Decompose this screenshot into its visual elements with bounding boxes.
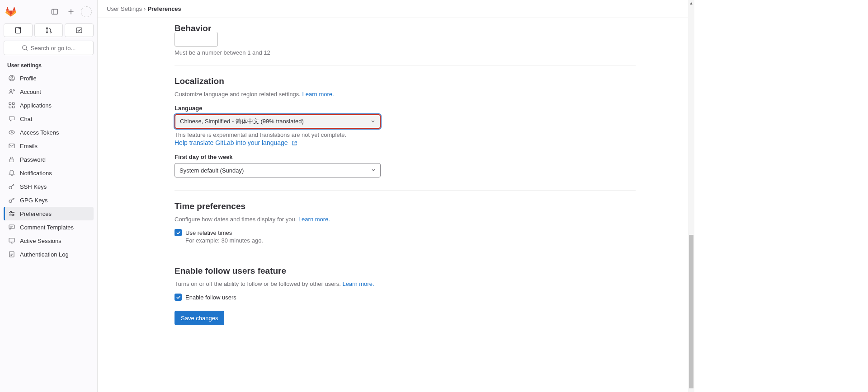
- svg-point-4: [46, 32, 47, 33]
- sidebar-item-applications[interactable]: Applications: [4, 98, 94, 112]
- svg-rect-14: [9, 106, 11, 108]
- svg-point-5: [50, 32, 51, 33]
- nav-list: Profile Account Applications Chat Access…: [4, 71, 94, 261]
- plus-icon: [67, 8, 75, 15]
- email-icon: [8, 142, 15, 149]
- nav-label: Access Tokens: [20, 129, 59, 136]
- section-title: Enable follow users feature: [175, 266, 636, 276]
- sidebar-item-auth-log[interactable]: Authentication Log: [4, 247, 94, 261]
- svg-rect-19: [10, 159, 14, 162]
- svg-point-10: [10, 89, 12, 91]
- section-desc: Customize language and region related se…: [175, 91, 636, 98]
- todo-icon: [75, 27, 83, 34]
- merge-requests-button[interactable]: [34, 23, 63, 37]
- checkbox-label[interactable]: Use relative times: [185, 229, 232, 236]
- svg-point-16: [9, 131, 14, 134]
- search-input[interactable]: Search or go to...: [4, 41, 94, 55]
- profile-icon: [8, 75, 15, 82]
- nav-label: Preferences: [20, 210, 52, 217]
- svg-point-3: [46, 28, 47, 29]
- gitlab-logo-icon[interactable]: [5, 6, 16, 17]
- field-label: Language: [175, 105, 636, 112]
- applications-icon: [8, 102, 15, 109]
- main: User Settings › Preferences Behavior Mus…: [98, 0, 694, 392]
- nav-label: Profile: [20, 75, 37, 82]
- sidebar-item-password[interactable]: Password: [4, 153, 94, 166]
- learn-more-link[interactable]: Learn more.: [298, 216, 330, 223]
- breadcrumb: User Settings › Preferences: [98, 0, 694, 18]
- nav-label: GPG Keys: [20, 197, 47, 204]
- sidebar-section-label: User settings: [4, 59, 94, 71]
- helper-text: Must be a number between 1 and 12: [175, 49, 636, 56]
- select-value: System default (Sunday): [179, 167, 244, 174]
- search-icon: [22, 45, 28, 51]
- scroll-up-arrow[interactable]: ▲: [688, 0, 694, 6]
- svg-rect-25: [9, 238, 14, 243]
- svg-rect-13: [13, 103, 15, 105]
- time-prefs-section: Time preferences Configure how dates and…: [175, 191, 636, 244]
- save-button[interactable]: Save changes: [175, 311, 224, 325]
- language-select[interactable]: Chinese, Simplified - 简体中文 (99% translat…: [175, 114, 381, 129]
- sidebar-item-gpg-keys[interactable]: GPG Keys: [4, 193, 94, 207]
- chevron-down-icon: [371, 167, 376, 174]
- first-day-field: First day of the week System default (Su…: [175, 154, 636, 177]
- sidebar-item-notifications[interactable]: Notifications: [4, 166, 94, 180]
- content: Behavior Must be a number between 1 and …: [98, 18, 694, 392]
- nav-label: Applications: [20, 102, 52, 109]
- comment-icon: [8, 224, 15, 231]
- section-desc: Turns on or off the ability to follow or…: [175, 280, 636, 287]
- learn-more-link[interactable]: Learn more.: [302, 91, 334, 98]
- sidebar-item-emails[interactable]: Emails: [4, 139, 94, 153]
- nav-label: Emails: [20, 143, 38, 149]
- nav-label: Account: [20, 89, 41, 95]
- sidebar-item-chat[interactable]: Chat: [4, 112, 94, 126]
- action-row: [4, 23, 94, 37]
- nav-label: Notifications: [20, 170, 52, 177]
- sidebar-item-account[interactable]: Account: [4, 85, 94, 98]
- svg-point-7: [22, 46, 26, 50]
- external-link-icon: [291, 140, 297, 146]
- breadcrumb-parent[interactable]: User Settings: [107, 5, 142, 12]
- tab-width-input[interactable]: [175, 32, 218, 47]
- follow-users-checkbox[interactable]: [175, 294, 182, 301]
- sidebar-item-comment-templates[interactable]: Comment Templates: [4, 220, 94, 234]
- relative-times-checkbox-row: Use relative times: [175, 229, 636, 236]
- chevron-down-icon: [371, 118, 375, 125]
- panel-icon: [51, 8, 58, 15]
- behavior-section: Behavior Must be a number between 1 and …: [175, 18, 636, 56]
- merge-icon: [45, 27, 52, 34]
- sidebar-item-ssh-keys[interactable]: SSH Keys: [4, 180, 94, 193]
- section-title: Time preferences: [175, 201, 636, 211]
- monitor-icon: [8, 237, 15, 244]
- issues-button[interactable]: [4, 23, 33, 37]
- svg-rect-0: [52, 9, 58, 14]
- log-icon: [8, 251, 15, 258]
- new-button[interactable]: [65, 5, 77, 18]
- help-translate-link[interactable]: Help translate GitLab into your language: [175, 139, 297, 146]
- breadcrumb-current: Preferences: [147, 5, 181, 12]
- section-title: Localization: [175, 76, 636, 86]
- svg-rect-24: [9, 225, 14, 229]
- account-icon: [8, 88, 15, 95]
- sidebar-item-access-tokens[interactable]: Access Tokens: [4, 126, 94, 139]
- first-day-select[interactable]: System default (Sunday): [175, 163, 381, 177]
- sidebar-item-profile[interactable]: Profile: [4, 71, 94, 85]
- chat-icon: [8, 115, 15, 122]
- learn-more-link[interactable]: Learn more.: [342, 280, 374, 287]
- key-icon: [8, 196, 15, 204]
- checkbox-label[interactable]: Enable follow users: [185, 294, 236, 301]
- localization-section: Localization Customize language and regi…: [175, 65, 636, 177]
- sidebar-item-active-sessions[interactable]: Active Sessions: [4, 234, 94, 247]
- sidebar-toggle-button[interactable]: [48, 5, 61, 18]
- checkbox-help: For example: 30 minutes ago.: [185, 237, 636, 244]
- follow-section: Enable follow users feature Turns on or …: [175, 255, 636, 301]
- sidebar-item-preferences[interactable]: Preferences: [4, 207, 94, 220]
- scrollbar-thumb[interactable]: [689, 235, 693, 388]
- relative-times-checkbox[interactable]: [175, 229, 182, 236]
- scrollbar[interactable]: ▲: [688, 0, 694, 392]
- section-title: Behavior: [175, 23, 636, 39]
- language-field: Language Chinese, Simplified - 简体中文 (99%…: [175, 105, 636, 146]
- svg-point-17: [11, 132, 13, 133]
- todos-button[interactable]: [65, 23, 94, 37]
- user-avatar[interactable]: [81, 6, 92, 17]
